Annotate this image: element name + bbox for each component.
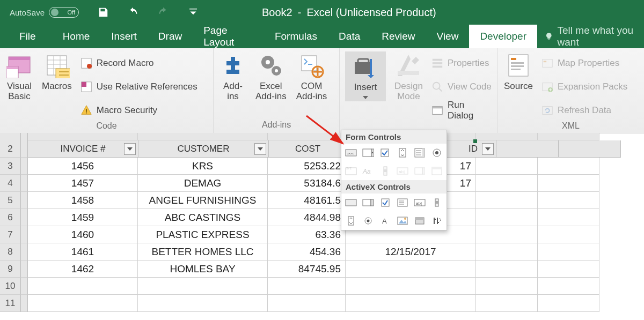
cell[interactable]	[538, 226, 599, 243]
cell[interactable]: BETTER HOMES LLC	[138, 243, 268, 261]
row-header[interactable]: 8	[0, 243, 21, 261]
tab-page-layout[interactable]: Page Layout	[193, 25, 264, 48]
table-row[interactable]: 71460PLASTIC EXPRESS63.36	[0, 226, 644, 243]
ax-optionbutton-icon[interactable]	[362, 215, 375, 227]
cell[interactable]	[28, 295, 138, 312]
macros-button[interactable]: Macros	[41, 51, 73, 93]
row-header[interactable]: 4	[0, 175, 21, 192]
properties-button[interactable]: Properties	[431, 55, 492, 72]
cell[interactable]	[538, 192, 599, 209]
cell[interactable]	[476, 175, 538, 192]
tab-file[interactable]: File	[0, 25, 52, 48]
cell[interactable]: 1457	[28, 175, 138, 192]
cell[interactable]	[268, 278, 346, 295]
cell[interactable]: 84745.95	[268, 261, 346, 278]
column-header[interactable]: COST	[269, 140, 347, 158]
ax-morecontrols-icon[interactable]	[430, 215, 443, 227]
column-header[interactable]	[496, 140, 559, 158]
form-groupbox-icon[interactable]: XYZ	[345, 165, 357, 177]
cell[interactable]	[538, 175, 599, 192]
record-macro-button[interactable]: Record Macro	[80, 55, 197, 72]
table-row[interactable]: 41457DEMAG53184.617	[0, 175, 644, 192]
cell[interactable]	[346, 261, 476, 278]
visual-basic-button[interactable]: Visual Basic	[5, 51, 33, 102]
cell[interactable]	[28, 278, 138, 295]
cell[interactable]: ANGEL FURNISHINGS	[138, 192, 268, 209]
cell[interactable]: 1459	[28, 209, 138, 226]
save-icon[interactable]	[97, 6, 109, 18]
cell[interactable]	[476, 158, 538, 175]
cell[interactable]: KRS	[138, 158, 268, 175]
macro-security-button[interactable]: Macro Security	[80, 102, 197, 119]
autosave-toggle[interactable]: AutoSave Off	[10, 7, 79, 18]
form-checkbox-icon[interactable]	[379, 147, 392, 159]
tab-home[interactable]: Home	[52, 25, 101, 48]
cell[interactable]	[476, 261, 538, 278]
cell[interactable]: 1456	[28, 158, 138, 175]
addins-button[interactable]: Add- ins	[219, 51, 247, 102]
cell[interactable]	[476, 192, 538, 209]
form-scrollbar-icon[interactable]	[379, 165, 392, 177]
ax-label-icon[interactable]: A	[379, 215, 392, 227]
ax-combobox-icon[interactable]	[362, 197, 375, 209]
cell[interactable]	[538, 243, 599, 261]
cell[interactable]	[538, 158, 599, 175]
row-header[interactable]: 2	[0, 140, 21, 158]
row-header[interactable]: 9	[0, 261, 21, 278]
excel-addins-button[interactable]: Excel Add-ins	[254, 51, 288, 102]
cell[interactable]	[538, 278, 599, 295]
cell[interactable]	[538, 261, 599, 278]
run-dialog-button[interactable]: Run Dialog	[431, 102, 492, 119]
com-addins-button[interactable]: COM Add-ins	[295, 51, 328, 102]
redo-icon[interactable]	[157, 6, 169, 18]
tab-insert[interactable]: Insert	[100, 25, 148, 48]
table-row[interactable]: 2INVOICE #CUSTOMERCOSTID	[0, 140, 644, 158]
filter-dropdown-icon[interactable]	[124, 143, 136, 155]
cell[interactable]: 12/15/2017	[346, 243, 476, 261]
table-row[interactable]: 81461BETTER HOMES LLC454.3612/15/2017	[0, 243, 644, 261]
cell[interactable]	[538, 295, 599, 312]
table-row[interactable]: 10	[0, 278, 644, 295]
cell[interactable]	[346, 295, 476, 312]
table-row[interactable]: 11	[0, 295, 644, 312]
cell[interactable]	[268, 295, 346, 312]
ax-checkbox-icon[interactable]	[379, 197, 392, 209]
column-header[interactable]: CUSTOMER	[138, 140, 269, 158]
form-label-icon[interactable]: Aa	[362, 165, 375, 177]
filter-dropdown-icon[interactable]	[254, 143, 266, 155]
cell[interactable]: 4844.98	[268, 209, 346, 226]
cell[interactable]	[476, 226, 538, 243]
cell[interactable]	[346, 278, 476, 295]
ax-togglebutton-icon[interactable]	[413, 215, 426, 227]
cell[interactable]: 1461	[28, 243, 138, 261]
ax-scrollbar-icon[interactable]	[430, 197, 443, 209]
use-relative-references-button[interactable]: Use Relative References	[80, 78, 197, 95]
cell[interactable]: 63.36	[268, 226, 346, 243]
ax-commandbutton-icon[interactable]	[345, 197, 357, 209]
form-spinner-icon[interactable]	[396, 147, 409, 159]
form-button-icon[interactable]: xxxx	[345, 147, 357, 159]
column-header[interactable]: INVOICE #	[28, 140, 138, 158]
cell[interactable]: ABC CASTINGS	[138, 209, 268, 226]
worksheet-grid[interactable]: 2INVOICE #CUSTOMERCOSTID31456KRS5253.221…	[0, 133, 644, 320]
row-header[interactable]: 10	[0, 278, 21, 295]
cell[interactable]: PLASTIC EXPRESS	[138, 226, 268, 243]
insert-controls-button[interactable]: Insert	[345, 51, 386, 101]
cell[interactable]: 1462	[28, 261, 138, 278]
ax-listbox-icon[interactable]	[396, 197, 409, 209]
undo-icon[interactable]	[127, 6, 139, 18]
cell[interactable]: 1460	[28, 226, 138, 243]
table-row[interactable]: 61459ABC CASTINGS4844.9812/1/2017	[0, 209, 644, 226]
cell[interactable]	[476, 295, 538, 312]
filter-dropdown-icon[interactable]	[482, 143, 494, 155]
cell[interactable]	[476, 278, 538, 295]
qat-customize-icon[interactable]	[187, 6, 199, 18]
row-header[interactable]: 11	[0, 295, 21, 312]
column-header[interactable]	[559, 140, 621, 158]
cell[interactable]: DEMAG	[138, 175, 268, 192]
cell[interactable]: 1458	[28, 192, 138, 209]
cell[interactable]: 48161.5	[268, 192, 346, 209]
cell[interactable]: 53184.6	[268, 175, 346, 192]
row-header[interactable]: 6	[0, 209, 21, 226]
cell[interactable]	[138, 278, 268, 295]
